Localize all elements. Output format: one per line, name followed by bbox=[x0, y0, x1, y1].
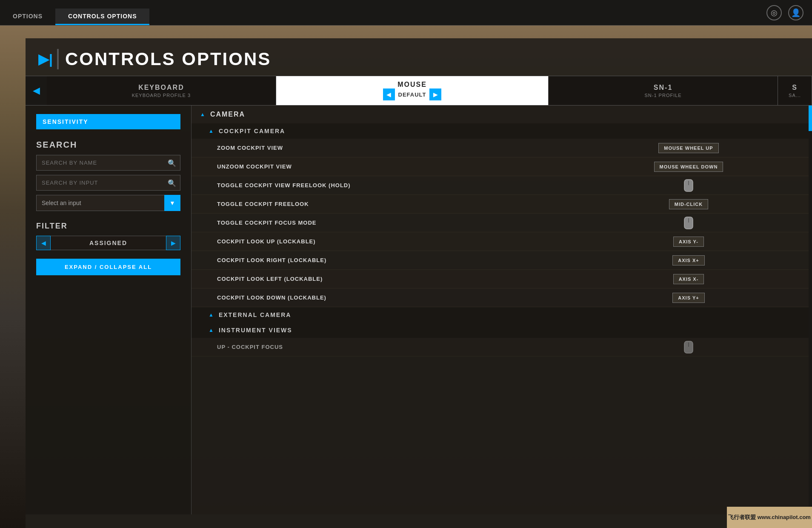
binding-unzoom-cockpit-view: UNZOOM COCKPIT VIEW MOUSE WHEEL DOWN bbox=[192, 157, 812, 176]
search-by-input-input[interactable] bbox=[36, 175, 180, 191]
subcategory-cockpit-camera[interactable]: ▲ COCKPIT CAMERA bbox=[192, 123, 812, 139]
nav-icons: ◎ 👤 bbox=[766, 5, 803, 20]
binding-toggle-cockpit-view-freelook: TOGGLE COCKPIT VIEW FREELOOK (HOLD) bbox=[192, 176, 812, 195]
binding-key-primary[interactable] bbox=[650, 179, 727, 192]
subcategory-external-camera[interactable]: ▲ EXTERNAL CAMERA bbox=[192, 307, 812, 323]
select-input-dropdown[interactable]: Select an input bbox=[36, 195, 180, 211]
mouse-icon bbox=[684, 217, 693, 229]
binding-key-secondary[interactable] bbox=[727, 270, 803, 288]
device-tabs: ◀ KEYBOARD KEYBOARD PROFILE 3 MOUSE ◀ DE… bbox=[26, 76, 812, 106]
tab-sa[interactable]: S SA... bbox=[778, 76, 812, 105]
binding-key-primary[interactable]: MID-CLICK bbox=[650, 199, 727, 209]
sidebar: SENSITIVITY SEARCH 🔍 🔍 Select an input bbox=[26, 106, 192, 514]
content-area: SENSITIVITY SEARCH 🔍 🔍 Select an input bbox=[26, 106, 812, 514]
external-camera-arrow: ▲ bbox=[209, 312, 214, 318]
binding-key-primary[interactable]: MOUSE WHEEL DOWN bbox=[650, 162, 727, 172]
binding-key-primary[interactable]: MOUSE WHEEL UP bbox=[650, 143, 727, 153]
binding-key-secondary[interactable] bbox=[727, 214, 803, 232]
search-by-name-wrapper: 🔍 bbox=[36, 155, 180, 171]
achievements-icon[interactable]: ◎ bbox=[766, 5, 782, 20]
filter-prev-button[interactable]: ◀ bbox=[36, 236, 51, 250]
main-panel: ▶| CONTROLS OPTIONS ◀ KEYBOARD KEYBOARD … bbox=[26, 38, 812, 528]
watermark: 飞行者联盟 www.chinapilot.com bbox=[727, 507, 812, 528]
binding-toggle-cockpit-focus-mode: TOGGLE COCKPIT FOCUS MODE bbox=[192, 214, 812, 232]
mouse-profile-nav: ◀ DEFAULT ▶ bbox=[383, 88, 442, 100]
binding-key-primary[interactable]: AXIS Y+ bbox=[650, 293, 727, 303]
search-input-icon: 🔍 bbox=[168, 179, 176, 187]
subcategory-cockpit-camera-label: COCKPIT CAMERA bbox=[219, 128, 285, 134]
main-content: ▶| CONTROLS OPTIONS ◀ KEYBOARD KEYBOARD … bbox=[0, 26, 812, 528]
binding-up-cockpit-focus-partial: UP - COCKPIT FOCUS bbox=[192, 338, 812, 357]
binding-key-secondary[interactable] bbox=[727, 251, 803, 270]
bindings-panel[interactable]: ▲ CAMERA ▲ COCKPIT CAMERA ZOOM COCKPIT V… bbox=[192, 106, 812, 514]
watermark-text: 飞行者联盟 www.chinapilot.com bbox=[728, 514, 811, 521]
camera-collapse-arrow: ▲ bbox=[200, 111, 206, 117]
scrollbar-thumb[interactable] bbox=[809, 106, 812, 131]
filter-navigation: ◀ ASSIGNED ▶ bbox=[36, 236, 180, 250]
page-title-bar: ▶| CONTROLS OPTIONS bbox=[26, 38, 812, 76]
page-title: CONTROLS OPTIONS bbox=[57, 49, 271, 69]
filter-value-display: ASSIGNED bbox=[51, 236, 166, 250]
subcategory-instrument-views-label: INSTRUMENT VIEWS bbox=[219, 327, 292, 334]
binding-key-primary[interactable]: AXIS Y- bbox=[650, 237, 727, 247]
binding-cockpit-look-left: COCKPIT LOOK LEFT (LOCKABLE) AXIS X- bbox=[192, 270, 812, 288]
tab-mouse[interactable]: MOUSE ◀ DEFAULT ▶ bbox=[276, 76, 549, 105]
binding-toggle-cockpit-freelook: TOGGLE COCKPIT FREELOOK MID-CLICK bbox=[192, 195, 812, 214]
scrollbar-track[interactable] bbox=[809, 106, 812, 514]
cockpit-camera-arrow: ▲ bbox=[209, 128, 214, 134]
binding-cockpit-look-down: COCKPIT LOOK DOWN (LOCKABLE) AXIS Y+ bbox=[192, 288, 812, 307]
filter-label: FILTER bbox=[36, 222, 180, 231]
category-camera[interactable]: ▲ CAMERA bbox=[192, 106, 812, 123]
binding-key-primary[interactable]: AXIS X+ bbox=[650, 255, 727, 265]
binding-key-primary[interactable] bbox=[650, 217, 727, 229]
binding-key-secondary[interactable] bbox=[727, 288, 803, 307]
instrument-views-arrow: ▲ bbox=[209, 327, 214, 333]
binding-key-secondary[interactable] bbox=[727, 195, 803, 214]
tab-keyboard[interactable]: KEYBOARD KEYBOARD PROFILE 3 bbox=[47, 76, 276, 105]
page-title-icon: ▶| bbox=[38, 51, 53, 67]
select-input-wrapper: Select an input ▼ bbox=[36, 195, 180, 211]
mouse-profile-prev[interactable]: ◀ bbox=[383, 88, 395, 100]
expand-collapse-button[interactable]: EXPAND / COLLAPSE ALL bbox=[36, 259, 180, 275]
category-camera-label: CAMERA bbox=[210, 111, 245, 118]
binding-key-primary[interactable]: AXIS X- bbox=[650, 274, 727, 284]
filter-next-button[interactable]: ▶ bbox=[166, 236, 180, 250]
top-navigation: OPTIONS CONTROLS OPTIONS ◎ 👤 bbox=[0, 0, 812, 26]
mouse-icon-partial bbox=[684, 341, 693, 354]
binding-cockpit-look-right: COCKPIT LOOK RIGHT (LOCKABLE) AXIS X+ bbox=[192, 251, 812, 270]
mouse-icon bbox=[684, 179, 693, 192]
tab-controls-options[interactable]: CONTROLS OPTIONS bbox=[55, 9, 149, 25]
binding-key-secondary[interactable] bbox=[727, 157, 803, 176]
device-tabs-prev-arrow[interactable]: ◀ bbox=[26, 76, 47, 105]
mouse-profile-next[interactable]: ▶ bbox=[429, 88, 441, 100]
subcategory-instrument-views[interactable]: ▲ INSTRUMENT VIEWS bbox=[192, 323, 812, 338]
tab-sn1[interactable]: SN-1 SN-1 PROFILE bbox=[549, 76, 778, 105]
search-name-icon: 🔍 bbox=[168, 159, 176, 167]
binding-key-primary-partial[interactable] bbox=[650, 341, 727, 354]
binding-cockpit-look-up: COCKPIT LOOK UP (LOCKABLE) AXIS Y- bbox=[192, 232, 812, 251]
tab-options[interactable]: OPTIONS bbox=[0, 9, 55, 25]
search-by-input-wrapper: 🔍 bbox=[36, 175, 180, 191]
binding-key-secondary[interactable] bbox=[727, 139, 803, 157]
search-by-name-input[interactable] bbox=[36, 155, 180, 171]
binding-key-secondary-partial[interactable] bbox=[727, 338, 803, 357]
binding-zoom-cockpit-view: ZOOM COCKPIT VIEW MOUSE WHEEL UP bbox=[192, 139, 812, 157]
binding-key-secondary[interactable] bbox=[727, 232, 803, 251]
profile-icon[interactable]: 👤 bbox=[788, 5, 803, 20]
subcategory-external-camera-label: EXTERNAL CAMERA bbox=[219, 311, 292, 318]
sensitivity-button[interactable]: SENSITIVITY bbox=[36, 114, 180, 129]
binding-key-secondary[interactable] bbox=[727, 176, 803, 195]
search-label: SEARCH bbox=[36, 140, 180, 150]
